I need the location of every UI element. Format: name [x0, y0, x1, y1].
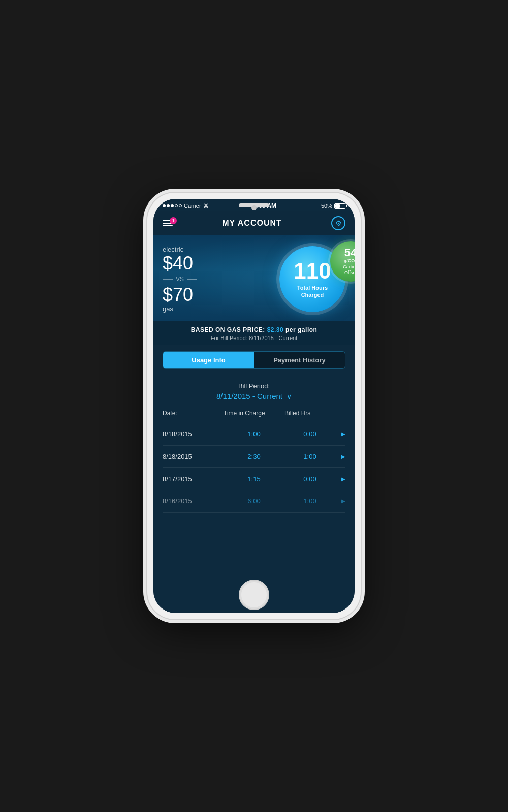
- row-billed: 0:00: [284, 475, 335, 483]
- vs-label: VS: [176, 276, 184, 283]
- row-time: 6:00: [224, 497, 284, 505]
- gas-label: gas: [163, 305, 173, 313]
- gas-price-bill-period: For Bill Period: 8/11/2015 - Current: [163, 335, 345, 341]
- total-hours-label: Total Hours Charged: [297, 284, 328, 299]
- cost-comparison: electric $40 VS $70 gas: [163, 246, 197, 313]
- hero-section: electric $40 VS $70 gas 110 Total Hours …: [153, 235, 355, 321]
- row-time: 1:00: [224, 430, 284, 438]
- app-header: 1 MY ACCOUNT ⚙: [153, 211, 355, 235]
- menu-badge: 1: [170, 217, 177, 224]
- battery-label: 50%: [321, 202, 332, 209]
- gas-price-label: BASED ON GAS PRICE:: [191, 326, 265, 333]
- menu-button[interactable]: 1: [163, 220, 173, 226]
- tab-usage-info[interactable]: Usage Info: [163, 352, 254, 368]
- row-time: 2:30: [224, 453, 284, 460]
- signal-icon: [163, 204, 182, 207]
- settings-button[interactable]: ⚙: [331, 216, 345, 230]
- arrow-icon: ▶: [335, 454, 345, 459]
- arrow-icon: ▶: [335, 431, 345, 437]
- battery-icon: [334, 203, 345, 209]
- col-header-time: Time in Charge: [224, 410, 284, 417]
- charge-display: 110 Total Hours Charged 54 g/CO2 Carbon …: [279, 246, 345, 312]
- arrow-icon: ▶: [335, 498, 345, 504]
- row-date: 8/17/2015: [163, 475, 224, 483]
- col-header-billed: Billed Hrs: [284, 410, 335, 417]
- row-time: 1:15: [224, 475, 284, 483]
- wifi-icon: ⌘: [203, 202, 209, 209]
- status-right: 50%: [321, 202, 345, 209]
- row-date: 8/18/2015: [163, 453, 224, 460]
- gas-price-per: per gallon: [285, 326, 317, 333]
- bill-period-date: 8/11/2015 - Current: [216, 392, 282, 400]
- camera-icon: [251, 205, 257, 210]
- phone-screen: Carrier ⌘ 8:08 AM 50% 1 MY ACCOUNT ⚙: [153, 199, 355, 613]
- table-row[interactable]: 8/17/2015 1:15 0:00 ▶: [163, 468, 345, 490]
- arrow-icon: ▶: [335, 476, 345, 482]
- tabs-container: Usage Info Payment History: [163, 351, 345, 369]
- carbon-unit: g/CO2: [344, 258, 355, 263]
- page-title: MY ACCOUNT: [222, 219, 282, 228]
- gear-icon: ⚙: [335, 219, 342, 227]
- row-billed: 0:00: [284, 430, 335, 438]
- carbon-number: 54: [344, 247, 355, 258]
- chevron-down-icon: ∨: [287, 392, 292, 400]
- bill-period-selector[interactable]: 8/11/2015 - Current ∨: [163, 392, 345, 400]
- total-hours-number: 110: [294, 260, 331, 282]
- bill-period-label: Bill Period:: [163, 382, 345, 390]
- vs-divider: VS: [163, 276, 197, 283]
- table-row[interactable]: 8/16/2015 6:00 1:00 ▶: [163, 490, 345, 513]
- electric-label: electric: [163, 246, 183, 253]
- table-row[interactable]: 8/18/2015 2:30 1:00 ▶: [163, 446, 345, 468]
- status-left: Carrier ⌘: [163, 202, 209, 209]
- gas-amount: $70: [163, 286, 193, 304]
- tabs-section: Usage Info Payment History: [153, 345, 355, 375]
- bill-period-section: Bill Period: 8/11/2015 - Current ∨: [163, 375, 345, 405]
- gas-price-info: BASED ON GAS PRICE: $2.30 per gallon: [163, 326, 345, 333]
- tab-payment-history[interactable]: Payment History: [254, 352, 345, 368]
- content-area: Bill Period: 8/11/2015 - Current ∨ Date:…: [153, 375, 355, 613]
- row-billed: 1:00: [284, 453, 335, 460]
- row-billed: 1:00: [284, 497, 335, 505]
- electric-amount: $40: [163, 254, 193, 273]
- phone-device: Carrier ⌘ 8:08 AM 50% 1 MY ACCOUNT ⚙: [147, 193, 361, 619]
- col-header-date: Date:: [163, 410, 224, 417]
- row-date: 8/18/2015: [163, 430, 224, 438]
- table-row[interactable]: 8/18/2015 1:00 0:00 ▶: [163, 423, 345, 446]
- carbon-label: Carbon Offset: [343, 264, 355, 276]
- gas-price-value: $2.30: [267, 326, 284, 333]
- gas-price-banner: BASED ON GAS PRICE: $2.30 per gallon For…: [153, 321, 355, 345]
- row-date: 8/16/2015: [163, 497, 224, 505]
- table-headers: Date: Time in Charge Billed Hrs: [163, 405, 345, 421]
- status-time: 8:08 AM: [253, 202, 277, 209]
- carrier-label: Carrier: [184, 202, 201, 209]
